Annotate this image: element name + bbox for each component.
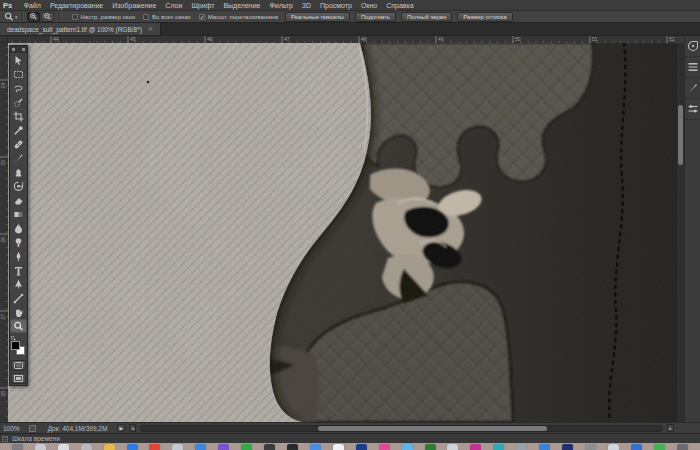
options-button-2[interactable]: Полный экран — [401, 12, 452, 22]
dock-app-icon-21[interactable] — [493, 444, 504, 450]
lasso-tool[interactable] — [10, 81, 27, 95]
dock-app-icon-5[interactable] — [127, 444, 138, 450]
shape-tool[interactable] — [10, 291, 27, 305]
healing-brush-tool[interactable] — [10, 137, 27, 151]
menu-item-10[interactable]: Справка — [382, 2, 418, 9]
vertical-ruler: 2425262728 — [0, 43, 8, 422]
pen-tool[interactable] — [10, 249, 27, 263]
move-tool[interactable] — [10, 53, 27, 67]
eraser-tool[interactable] — [10, 193, 27, 207]
menu-item-4[interactable]: Шрифт — [187, 2, 219, 9]
dock-app-icon-4[interactable] — [104, 444, 115, 450]
vertical-scrollbar-thumb[interactable] — [678, 105, 683, 165]
dock-app-icon-26[interactable] — [608, 444, 619, 450]
brush-tool[interactable] — [10, 151, 27, 165]
foreground-color-swatch[interactable] — [11, 341, 20, 350]
dock-app-icon-10[interactable] — [241, 444, 252, 450]
path-select-tool[interactable] — [10, 277, 27, 291]
screen-mode-button[interactable] — [11, 373, 26, 384]
dock-app-icon-27[interactable] — [631, 444, 642, 450]
zoom-level-field[interactable]: 100% — [3, 425, 20, 432]
checkbox-icon[interactable] — [143, 14, 149, 20]
dock-app-icon-6[interactable] — [149, 444, 160, 450]
dock-app-icon-23[interactable] — [539, 444, 550, 450]
dock-app-icon-16[interactable] — [379, 444, 390, 450]
zoom-tool[interactable] — [10, 319, 27, 333]
dock-app-icon-29[interactable] — [677, 444, 688, 450]
dock-app-icon-12[interactable] — [287, 444, 298, 450]
hand-tool[interactable] — [10, 305, 27, 319]
horizontal-scrollbar-thumb[interactable] — [318, 426, 547, 431]
dock-app-icon-15[interactable] — [356, 444, 367, 450]
options-checkbox-0[interactable]: Настр. размер окон — [72, 14, 136, 20]
dodge-tool[interactable] — [10, 235, 27, 249]
menu-item-3[interactable]: Слои — [161, 2, 187, 9]
toolbar-collapse-button[interactable] — [10, 46, 27, 53]
dock-app-icon-14[interactable] — [333, 444, 344, 450]
dock-app-icon-0[interactable] — [12, 444, 23, 450]
panel-properties-icon[interactable] — [685, 57, 700, 78]
zoom-in-button[interactable] — [27, 12, 40, 22]
scroll-left-button[interactable]: ◄ — [129, 424, 136, 432]
canvas-area[interactable] — [8, 43, 676, 422]
clone-stamp-tool[interactable] — [10, 165, 27, 179]
crop-tool[interactable] — [10, 109, 27, 123]
marquee-tool[interactable] — [10, 67, 27, 81]
chevron-down-icon[interactable]: ▾ — [15, 14, 18, 20]
options-checkbox-1[interactable]: Во всех окнах — [143, 14, 191, 20]
menu-item-1[interactable]: Редактирование — [45, 2, 107, 9]
dock-app-icon-20[interactable] — [470, 444, 481, 450]
dock-app-icon-18[interactable] — [425, 444, 436, 450]
panel-history-icon[interactable] — [685, 36, 700, 57]
dock-app-icon-3[interactable] — [81, 444, 92, 450]
document-tab[interactable]: deadspace_suit_pattern1.tif @ 100% (RGB/… — [0, 23, 161, 35]
menu-item-6[interactable]: Фильтр — [265, 2, 298, 9]
dock-app-icon-17[interactable] — [402, 444, 413, 450]
options-button-1[interactable]: Подогнать — [355, 12, 396, 22]
dock-app-icon-25[interactable] — [585, 444, 596, 450]
eyedropper-tool[interactable] — [10, 123, 27, 137]
zoom-tool-icon[interactable]: ▾ — [4, 12, 18, 22]
timeline-panel-header[interactable]: Шкала времени — [0, 433, 700, 443]
close-icon[interactable]: × — [148, 26, 153, 32]
scroll-right-button[interactable]: ► — [667, 424, 674, 432]
dock-app-icon-11[interactable] — [264, 444, 275, 450]
canvas-image[interactable] — [8, 43, 676, 422]
menu-item-2[interactable]: Изображение — [108, 2, 161, 9]
menu-item-9[interactable]: Окно — [356, 2, 381, 9]
dock-app-icon-9[interactable] — [218, 444, 229, 450]
dock-app-icon-22[interactable] — [516, 444, 527, 450]
svg-text:50: 50 — [515, 36, 521, 42]
options-checkbox-2[interactable]: ✓Масшт. перетаскиванием — [199, 14, 278, 20]
options-button-0[interactable]: Реальные пикселы — [285, 12, 350, 22]
vertical-scrollbar[interactable] — [676, 43, 684, 422]
options-button-3[interactable]: Размер оттиска — [457, 12, 512, 22]
horizontal-scrollbar[interactable] — [140, 425, 663, 432]
menu-item-5[interactable]: Выделение — [219, 2, 265, 9]
zoom-out-button[interactable] — [41, 12, 54, 22]
blur-tool[interactable] — [10, 221, 27, 235]
status-expand-button[interactable]: ▶ — [117, 424, 125, 432]
quick-select-tool[interactable] — [10, 95, 27, 109]
gradient-tool[interactable] — [10, 207, 27, 221]
type-tool[interactable] — [10, 263, 27, 277]
checkbox-checked-icon[interactable]: ✓ — [199, 14, 205, 20]
dock-app-icon-13[interactable] — [310, 444, 321, 450]
quick-mask-button[interactable] — [11, 360, 26, 371]
panel-brush-panel-icon[interactable] — [685, 78, 700, 99]
dock-app-icon-24[interactable] — [562, 444, 573, 450]
dock-app-icon-2[interactable] — [58, 444, 69, 450]
scroll-lock-icon[interactable] — [29, 425, 36, 432]
menu-item-8[interactable]: Просмотр — [315, 2, 356, 9]
dock-app-icon-8[interactable] — [195, 444, 206, 450]
panel-adjustments-icon[interactable] — [685, 99, 700, 120]
dock-app-icon-28[interactable] — [654, 444, 665, 450]
dock-app-icon-19[interactable] — [447, 444, 458, 450]
menu-item-0[interactable]: Файл — [19, 2, 45, 9]
dock-app-icon-7[interactable] — [172, 444, 183, 450]
document-size-info: Док: 404,1M/399,2M — [48, 425, 108, 432]
dock-app-icon-1[interactable] — [35, 444, 46, 450]
history-brush-tool[interactable] — [10, 179, 27, 193]
checkbox-icon[interactable] — [72, 14, 78, 20]
menu-item-7[interactable]: 3D — [298, 2, 316, 9]
